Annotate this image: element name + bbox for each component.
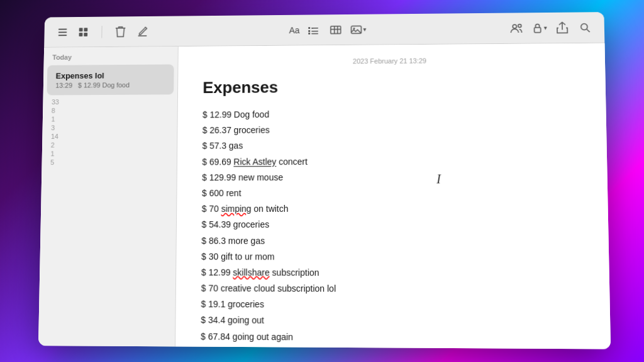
expense-line-2: $ 57.3 gas (202, 137, 580, 154)
sidebar-num-1b: 1 (50, 150, 168, 157)
sidebar: Today Expenses lol 13:29 $ 12.99 Dog foo… (38, 47, 179, 346)
expense-line-12: $ 19.1 groceries (201, 297, 584, 314)
expense-line-7: $ 54.39 groceries (201, 217, 582, 233)
expense-line-5: $ 600 rent (202, 185, 582, 201)
media-chevron: ▾ (363, 26, 366, 33)
expense-line-9: $ 30 gift to ur mom (201, 249, 583, 266)
svg-rect-2 (58, 35, 67, 36)
grid-view-icon[interactable] (75, 23, 92, 40)
svg-rect-0 (58, 28, 67, 30)
text-cursor: I (436, 172, 441, 186)
list-view-icon[interactable] (54, 23, 72, 40)
delete-button[interactable] (112, 23, 130, 40)
expense-line-4: $ 129.99 new mouse (202, 169, 582, 185)
sidebar-num-2: 2 (51, 141, 169, 148)
right-toolbar: ▾ (508, 19, 594, 37)
note-editor[interactable]: 2023 February 21 13:29 Expenses $ 12.99 … (175, 43, 611, 349)
svg-point-23 (581, 23, 587, 30)
expense-line-13: $ 34.4 going out (201, 312, 584, 331)
expense-line-11: $ 70 creative cloud subscription lol (201, 280, 584, 298)
expense-line-1: $ 26.37 groceries (203, 121, 581, 139)
svg-rect-1 (58, 31, 67, 33)
collaborate-icon[interactable] (508, 19, 526, 37)
compose-button[interactable] (134, 23, 152, 40)
svg-rect-22 (534, 27, 540, 32)
expense-line-0: $ 12.99 Dog food (203, 106, 580, 123)
app-window: Aa (38, 12, 611, 349)
note-title: Expenses (203, 76, 580, 97)
svg-rect-4 (84, 28, 87, 31)
table-icon[interactable] (327, 21, 345, 38)
simping-word: simping (221, 204, 252, 214)
main-content: Today Expenses lol 13:29 $ 12.99 Dog foo… (38, 43, 611, 349)
sidebar-item-expenses[interactable]: Expenses lol 13:29 $ 12.99 Dog food (47, 64, 174, 95)
sidebar-note-title: Expenses lol (55, 70, 165, 80)
rick-astley-link: Rick Astley (233, 156, 276, 167)
lock-chevron: ▾ (543, 25, 547, 31)
expense-line-8: $ 86.3 more gas (201, 233, 582, 250)
svg-rect-14 (331, 26, 341, 33)
font-button[interactable]: Aa (289, 25, 300, 35)
note-body: $ 12.99 Dog food $ 26.37 groceries $ 57.… (201, 106, 585, 347)
expense-line-10: $ 12.99 skillshare subscription (201, 265, 584, 282)
sidebar-num-1: 1 (51, 115, 169, 123)
note-date: 2023 February 21 13:29 (203, 56, 580, 66)
media-icon[interactable]: ▾ (350, 21, 367, 38)
checklist-icon[interactable] (304, 21, 322, 39)
sidebar-num-3: 3 (51, 124, 169, 132)
toolbar: Aa (44, 12, 604, 48)
svg-rect-13 (311, 33, 318, 34)
toolbar-spacer-right (372, 28, 502, 30)
view-toggle-group (54, 23, 92, 41)
svg-rect-12 (308, 32, 310, 34)
skillshare-word: skillshare (233, 267, 269, 277)
sidebar-section-today: Today (44, 47, 178, 65)
sidebar-number-list: 33 8 1 3 14 2 1 5 (42, 95, 177, 168)
svg-rect-5 (79, 33, 83, 36)
svg-rect-6 (84, 33, 87, 36)
svg-point-19 (353, 27, 355, 29)
sidebar-num-8: 8 (52, 106, 169, 114)
sidebar-note-subtitle: 13:29 $ 12.99 Dog food (55, 81, 165, 89)
toolbar-spacer-left (156, 30, 284, 31)
svg-point-21 (518, 24, 521, 27)
search-button[interactable] (576, 19, 594, 36)
lock-button[interactable]: ▾ (530, 19, 548, 36)
expense-line-6: $ 70 simping on twitch (202, 201, 582, 217)
sidebar-num-33: 33 (52, 97, 169, 106)
sidebar-num-14: 14 (51, 132, 169, 140)
svg-rect-10 (308, 30, 310, 31)
svg-rect-7 (308, 27, 310, 29)
share-button[interactable] (553, 19, 572, 36)
svg-rect-3 (79, 28, 83, 31)
toolbar-sep-1 (101, 26, 102, 38)
svg-line-24 (587, 29, 590, 31)
expense-line-14: $ 67.84 going out again (201, 329, 585, 347)
sidebar-num-5: 5 (50, 158, 168, 166)
svg-rect-9 (311, 28, 313, 28)
svg-point-20 (513, 25, 516, 28)
svg-rect-11 (311, 30, 318, 31)
expense-line-3: $ 69.69 Rick Astley concert (202, 153, 581, 170)
